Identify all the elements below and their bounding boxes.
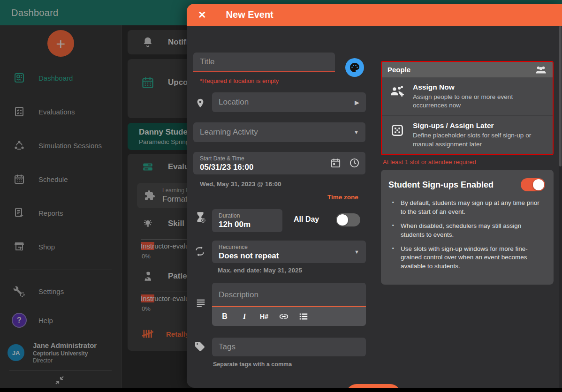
color-palette-button[interactable]: [345, 58, 364, 77]
people-group-icon: [535, 65, 547, 75]
student-signups-toggle[interactable]: [521, 178, 545, 191]
bullet-item: Use slots with sign-up windows for more …: [388, 245, 543, 271]
recurrence-select[interactable]: Recurrence Does not repeat ▼: [212, 241, 366, 263]
people-header: People: [382, 62, 553, 77]
modal-scrollbar[interactable]: [559, 26, 562, 388]
duration-label: Duration: [219, 212, 276, 219]
chevron-down-icon: ▼: [354, 129, 359, 135]
close-icon[interactable]: ✕: [198, 9, 206, 21]
tag-icon: [194, 341, 205, 352]
location-input[interactable]: [212, 92, 366, 112]
toggle-knob: [533, 179, 544, 190]
assign-now-description: Assign people to one or more event occur…: [413, 93, 540, 110]
signups-later-option[interactable]: Sign-ups / Assign Later Define placehold…: [382, 115, 553, 154]
bullet-item: By default, students may sign up at any …: [388, 199, 543, 217]
bullet-list-icon: [298, 311, 309, 322]
bullet-list-button[interactable]: [294, 309, 313, 324]
tags-input[interactable]: [212, 338, 366, 356]
timezone-link[interactable]: Time zone: [327, 194, 358, 201]
modal-title: New Event: [226, 9, 273, 20]
italic-button[interactable]: I: [235, 309, 254, 324]
start-datetime-field[interactable]: Start Date & Time 05/31/23 16:00: [193, 152, 365, 174]
recurrence-label: Recurrence: [219, 244, 359, 250]
clock-picker-icon[interactable]: [349, 158, 360, 168]
people-section: People Assign Now Assign people to one o…: [381, 61, 554, 155]
assign-now-title: Assign Now: [413, 83, 540, 91]
all-day-toggle[interactable]: [336, 213, 360, 226]
bold-button[interactable]: B: [215, 309, 235, 324]
bullet-item: When disabled, schedulers may still assi…: [388, 222, 543, 240]
recurrence-repeat-icon: [193, 245, 206, 257]
description-lines-icon: [195, 298, 206, 308]
modal-body: *Required if location is empty ▶ Learnin…: [187, 26, 562, 388]
max-end-date: Max. end date: May 31, 2025: [218, 267, 302, 274]
tags-hint: Separate tags with a comma: [213, 361, 292, 368]
slots-grid-icon: [382, 121, 413, 148]
save-button[interactable]: Save: [346, 384, 401, 388]
link-icon: [279, 311, 289, 322]
duration-value: 12h 00m: [219, 220, 276, 229]
description-input[interactable]: Description: [212, 283, 366, 307]
toggle-knob: [337, 214, 348, 226]
assign-now-option[interactable]: Assign Now Assign people to one or more …: [382, 77, 553, 115]
signups-later-title: Sign-ups / Assign Later: [413, 121, 540, 130]
calendar-picker-icon[interactable]: [330, 158, 341, 168]
screen: Dashboard + Dashboard Evaluations: [0, 0, 562, 392]
people-error-text: At least 1 slot or attendee required: [383, 158, 476, 166]
heading-button[interactable]: H#: [254, 309, 274, 324]
chevron-down-icon: ▼: [354, 249, 359, 255]
modal-header: ✕ New Event: [187, 4, 562, 26]
learning-activity-select[interactable]: Learning Activity ▼: [193, 122, 365, 142]
all-day-label: All Day: [294, 215, 319, 224]
scrollbar-thumb[interactable]: [559, 26, 562, 166]
student-signups-title: Student Sign-ups Enabled: [388, 180, 521, 190]
title-input[interactable]: [193, 53, 335, 72]
recurrence-value: Does not repeat: [219, 251, 359, 261]
description-toolbar: B I H#: [212, 307, 366, 326]
signups-later-description: Define placeholder slots for self sign-u…: [413, 131, 540, 148]
student-signups-card: Student Sign-ups Enabled By default, stu…: [381, 170, 554, 285]
duration-hourglass-icon: [194, 211, 206, 224]
group-add-icon: [382, 83, 413, 110]
new-event-modal: ✕ New Event *Required if location is emp…: [187, 4, 562, 388]
location-pin-icon: [195, 97, 205, 109]
title-required-hint: *Required if location is empty: [200, 77, 279, 84]
location-field[interactable]: ▶: [212, 92, 366, 112]
duration-field[interactable]: Duration 12h 00m: [212, 209, 282, 232]
link-button[interactable]: [274, 309, 294, 324]
start-human-readable: Wed, May 31, 2023 @ 16:00: [200, 181, 281, 188]
people-title: People: [387, 66, 535, 74]
palette-icon: [349, 62, 360, 73]
chevron-right-icon[interactable]: ▶: [355, 99, 359, 106]
description-editor: Description B I H#: [212, 283, 366, 326]
signups-bullet-list: By default, students may sign up at any …: [388, 199, 545, 271]
